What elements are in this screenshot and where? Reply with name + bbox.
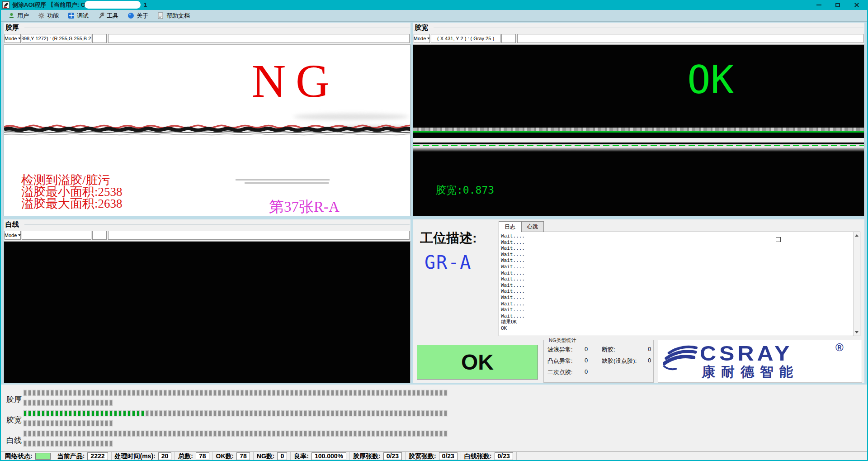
- indicator-cell: [96, 431, 99, 437]
- indicator-cell: [69, 420, 72, 426]
- indicator-cell: [100, 410, 104, 416]
- registered-trademark-icon: ®: [835, 341, 844, 354]
- status-item: 网络状态:: [2, 452, 54, 461]
- indicator-cell: [100, 420, 104, 426]
- indicator-cell: [24, 390, 27, 396]
- menu-item-关于[interactable]: 关于: [123, 10, 153, 21]
- maximize-button[interactable]: [828, 0, 847, 10]
- overall-result-button[interactable]: OK: [417, 345, 538, 380]
- indicator-cell: [286, 390, 289, 396]
- log-lines: Wait....Wait....Wait....Wait....Wait....…: [501, 233, 852, 332]
- mode-dropdown[interactable]: Mode: [5, 231, 21, 240]
- menu-item-label: 用户: [17, 12, 29, 20]
- indicator-cell: [46, 420, 49, 426]
- menu-item-帮助文档[interactable]: 帮助文档: [153, 10, 194, 21]
- indicator-cell: [241, 410, 244, 416]
- pixel-readout: (X 398,Y 1272) : (R 255,G 255,B 255): [22, 34, 91, 43]
- indicator-cell: [376, 410, 379, 416]
- log-line: Wait....: [501, 233, 852, 239]
- panel-toolbar: Mode (X 398,Y 1272) : (R 255,G 255,B 255…: [4, 33, 410, 43]
- indicator-cell: [290, 431, 293, 437]
- status-item: NG数:0: [254, 452, 291, 461]
- indicator-cell: [82, 390, 85, 396]
- indicator-cell: [245, 390, 248, 396]
- log-scrollbar[interactable]: [853, 232, 860, 336]
- tab-日志[interactable]: 日志: [499, 221, 521, 232]
- indicator-cell: [28, 400, 31, 406]
- indicator-cell: [326, 431, 330, 437]
- indicator-cell: [69, 400, 72, 406]
- indicator-cell: [435, 431, 438, 437]
- user-icon: [8, 12, 15, 19]
- indicator-cell: [417, 431, 420, 437]
- indicator-row: [24, 441, 114, 447]
- minimize-button[interactable]: [809, 0, 828, 10]
- indicator-cell: [376, 431, 379, 437]
- indicator-cell: [308, 410, 311, 416]
- close-button[interactable]: [847, 0, 866, 10]
- indicator-cell: [105, 400, 108, 406]
- mode-label: Mode: [414, 36, 426, 41]
- toolbar-box-long: [108, 231, 410, 240]
- menu-item-工具[interactable]: 工具: [93, 10, 123, 21]
- indicator-cell: [96, 410, 99, 416]
- indicator-cell: [73, 390, 76, 396]
- ng-stat-label: 波浪异常:: [547, 346, 585, 354]
- indicator-cell: [421, 410, 425, 416]
- glue-width-image[interactable]: OK 胶宽:0.873: [413, 44, 864, 216]
- indicator-cell: [73, 441, 76, 447]
- status-label: 胶宽张数:: [409, 452, 436, 461]
- status-item: 胶厚张数:0/23: [350, 452, 406, 461]
- indicator-cell: [381, 431, 384, 437]
- indicator-cell: [344, 410, 348, 416]
- tab-心跳[interactable]: 心跳: [521, 221, 544, 232]
- panel-title-divider: [434, 28, 863, 28]
- indicator-cell: [385, 410, 388, 416]
- indicator-cell: [236, 410, 239, 416]
- indicator-cell: [263, 390, 266, 396]
- status-item: 良率:100.000%: [291, 452, 350, 461]
- indicator-cell: [290, 410, 293, 416]
- mode-dropdown[interactable]: Mode: [5, 34, 21, 43]
- indicator-cell: [200, 431, 203, 437]
- indicator-cell: [363, 410, 366, 416]
- indicator-cell: [186, 410, 189, 416]
- indicator-cell: [390, 431, 393, 437]
- indicator-cell: [421, 390, 425, 396]
- indicator-cell: [259, 390, 262, 396]
- indicator-cell: [372, 410, 375, 416]
- scroll-up-button[interactable]: [854, 232, 860, 239]
- indicator-cell: [146, 390, 149, 396]
- indicator-cell: [132, 390, 135, 396]
- white-line-image[interactable]: [4, 241, 410, 383]
- log-checkbox[interactable]: [776, 237, 781, 242]
- menu-item-功能[interactable]: 功能: [33, 10, 63, 21]
- indicator-cell: [403, 410, 406, 416]
- indicator-cell: [60, 420, 63, 426]
- indicator-cell: [91, 400, 94, 406]
- station-description-label: 工位描述:: [420, 229, 477, 247]
- log-line: Wait....: [501, 264, 852, 270]
- indicator-cell: [412, 390, 415, 396]
- indicator-cell: [42, 410, 45, 416]
- indicator-cell: [295, 410, 298, 416]
- scroll-down-button[interactable]: [854, 329, 860, 336]
- status-value: 0/23: [495, 452, 513, 460]
- indicator-cell: [204, 390, 208, 396]
- indicator-cell: [417, 390, 420, 396]
- indicator-cell: [132, 410, 135, 416]
- menu-item-label: 功能: [47, 12, 59, 20]
- defect-text-line: 检测到溢胶/脏污: [21, 174, 123, 186]
- indicator-cell: [123, 390, 126, 396]
- indicator-cell: [127, 390, 131, 396]
- glue-thickness-image[interactable]: NG 检测到溢胶/脏污溢胶最小面积:2538溢胶最大面积:2638 第37张R-…: [4, 44, 410, 216]
- gear-icon: [38, 12, 45, 19]
- indicator-cell: [394, 410, 397, 416]
- menu-item-调试[interactable]: 调试: [63, 10, 93, 21]
- menu-item-用户[interactable]: 用户: [4, 10, 33, 21]
- mode-dropdown[interactable]: Mode: [414, 34, 430, 43]
- status-value: 0/23: [439, 452, 458, 460]
- indicator-row: [24, 420, 114, 426]
- indicator-cell: [245, 410, 248, 416]
- log-listbox[interactable]: Wait....Wait....Wait....Wait....Wait....…: [499, 232, 860, 336]
